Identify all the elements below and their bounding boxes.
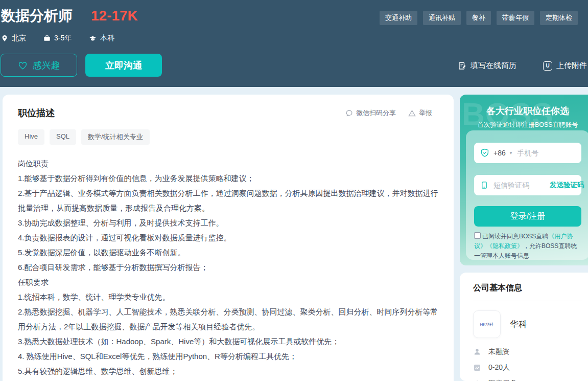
page-title: 数据分析师: [1, 7, 73, 25]
warning-triangle-icon: [408, 109, 416, 117]
benefit-tag: 带薪年假: [497, 11, 534, 25]
agreement-text: 已阅读并同意BOSS直聘《用户协议》《隐私政策》，允许BOSS直聘统一管理本人账…: [474, 232, 581, 261]
salary-range: 12-17K: [91, 8, 138, 24]
benefit-tags: 交通补助 通讯补贴 餐补 带薪年假 定期体检: [380, 11, 578, 25]
company-size: 0-20人: [488, 363, 510, 372]
company-info-card: 公司基本信息 HK华科 华科 未融资 0-20人: [460, 273, 588, 381]
report-link[interactable]: 举报: [408, 108, 432, 118]
company-name: 华科: [510, 319, 527, 330]
meta-experience: 3-5年: [43, 34, 72, 43]
interested-label: 感兴趣: [33, 59, 60, 72]
send-code-button[interactable]: 发送验证码: [550, 181, 584, 190]
benefit-tag: 餐补: [466, 11, 491, 25]
industry-row: 医疗服务: [473, 379, 582, 381]
resume-edit-icon: [458, 62, 466, 70]
financing-row: 未融资: [473, 347, 582, 356]
job-header: 数据分析师 12-17K 交通补助 通讯补贴 餐补 带薪年假 定期体检 北京 3…: [0, 0, 588, 87]
interested-button[interactable]: 感兴趣: [1, 54, 77, 77]
keyword-tag: Hive: [18, 129, 44, 145]
job-detail-page: 数据分析师 12-17K 交通补助 通讯补贴 餐补 带薪年假 定期体检 北京 3…: [0, 0, 588, 381]
heart-icon: [18, 61, 28, 70]
login-panel-subtitle: 首次验证通过即注册BOSS直聘账号: [460, 121, 588, 129]
wechat-share-icon: [345, 109, 353, 117]
person-icon: [473, 348, 481, 356]
login-panel-title: 各大行业职位任你选: [460, 105, 588, 117]
benefit-tag: 交通补助: [380, 11, 417, 25]
financing-stage: 未融资: [488, 347, 510, 356]
privacy-policy-link[interactable]: 《隐私政策》: [486, 242, 523, 250]
benefit-tag: 通讯补贴: [423, 11, 461, 25]
trend-chart-icon: [473, 364, 481, 372]
header-resume-links: 填写在线简历 U 上传附件: [458, 61, 587, 71]
meta-city: 北京: [1, 34, 26, 43]
wechat-share-link[interactable]: 微信扫码分享: [345, 108, 396, 118]
company-industry: 医疗服务: [488, 379, 517, 381]
job-description-card: 职位描述 微信扫码分享 举报 Hive SQL 数学/统计相关专业 岗位职责 1…: [3, 95, 454, 381]
phone-input-group: +86 ▾: [474, 143, 581, 163]
login-form-card: +86 ▾ 发送验证码 登录/注册 已阅读并同意BOSS直聘《用户协议》《隐私政…: [466, 130, 588, 260]
company-section-title: 公司基本信息: [473, 283, 582, 301]
upload-attachment-icon: U: [543, 61, 552, 71]
keyword-tag: 数学/统计相关专业: [81, 129, 150, 145]
phone-input[interactable]: [516, 148, 569, 158]
graduation-cap-icon-item: 本科: [89, 34, 114, 43]
job-meta-row: 北京 3-5年 本科: [1, 34, 114, 43]
job-description-text: 岗位职责 1.能够基于数据分析得到有价值的信息，为业务发展提供策略和建议； 2.…: [18, 156, 439, 381]
login-register-button[interactable]: 登录/注册: [474, 206, 581, 227]
title-row: 数据分析师 12-17K: [1, 7, 138, 25]
briefcase-icon: [43, 35, 51, 42]
chat-now-button[interactable]: 立即沟通: [85, 54, 162, 77]
company-logo: HK华科: [473, 310, 501, 338]
country-code-select[interactable]: +86: [493, 149, 506, 157]
agreement-checkbox[interactable]: [474, 232, 481, 239]
share-report-row: 微信扫码分享 举报: [345, 108, 432, 118]
shield-check-icon: [480, 148, 489, 158]
company-info-rows: 未融资 0-20人 医疗服务: [473, 347, 582, 381]
upload-attachment-link[interactable]: U 上传附件: [543, 61, 587, 71]
keyword-tags: Hive SQL 数学/统计相关专业: [18, 129, 438, 145]
keyword-tag: SQL: [50, 129, 76, 145]
fill-online-resume-link[interactable]: 填写在线简历: [458, 61, 516, 71]
location-icon: [1, 35, 8, 42]
login-register-panel: BOSS 各大行业职位任你选 首次验证通过即注册BOSS直聘账号 +86 ▾ 发…: [460, 95, 588, 265]
graduation-cap-icon: [89, 35, 97, 42]
sms-code-input[interactable]: [492, 181, 546, 190]
company-size-row: 0-20人: [473, 363, 582, 372]
chevron-down-icon[interactable]: ▾: [510, 150, 512, 155]
sms-phone-icon: [480, 181, 488, 189]
sms-code-input-group: 发送验证码: [474, 175, 581, 195]
company-row[interactable]: HK华科 华科: [473, 310, 582, 338]
benefit-tag: 定期体检: [540, 11, 578, 25]
